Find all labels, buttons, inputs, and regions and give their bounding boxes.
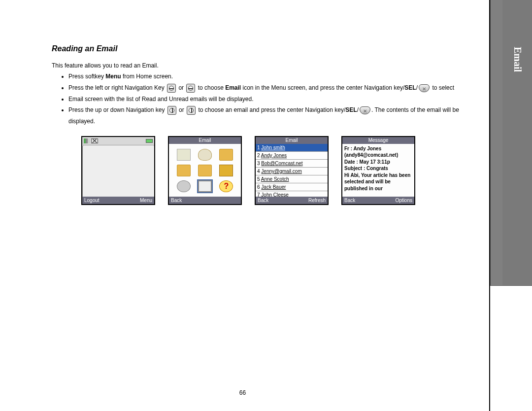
menu-help-icon: ? [219,180,233,192]
envelope-icon [91,138,98,143]
softkey-bar: Back Refresh [256,197,328,204]
nav-up-down-icon [167,106,176,115]
email-row: 5 Anne Scotch [256,175,328,183]
menu-icon [177,180,191,192]
home-icon-row [82,145,154,159]
side-tab: Email [490,0,532,286]
section-title: Reading an Email [52,44,466,53]
softkey-right: Options [396,197,412,204]
sel-key-icon [360,106,370,114]
email-row: 6 Jack Bauer [256,183,328,191]
softkey-left: Back [258,197,268,204]
menu-icon [219,149,233,161]
email-row: 4 Jenny@gmail.com [256,168,328,175]
phone-email-list-screen: Email 1 John smith 2 Andy Jones 3 Bob@Co… [255,136,329,205]
battery-icon [146,139,153,143]
message-body: Fr : Andy Jones (andy84@comcast.net) Dat… [342,144,414,197]
message-subject: Subject : Congrats [344,165,412,172]
page-number: 66 [0,389,485,396]
home-icon [82,145,154,197]
screen-title: Email [169,137,241,144]
email-row: 3 Bob@Comcast.net [256,160,328,168]
nav-left-right-icon [186,84,195,93]
menu-icon [198,149,212,161]
menu-icon [219,165,233,176]
page-content: Reading an Email This feature allows you… [0,0,485,411]
menu-icon [177,149,191,161]
message-from: Fr : Andy Jones [344,145,412,152]
step-4: Press the up or down Navigation key or t… [68,104,466,127]
message-text: Hi Abi, Your article has been selected a… [344,172,412,192]
intro-text: This feature allows you to read an Email… [52,62,466,69]
softkey-bar: Back [169,197,241,204]
side-tab-label: Email [512,47,523,72]
menu-icon [198,165,212,176]
step-3: Email screen with the list of Read and U… [68,94,466,105]
softkey-bar: Logout Menu [82,197,154,204]
email-row: 7 John Cleese [256,191,328,197]
step-2: Press the left or right Navigation Key o… [68,82,466,94]
step-1: Press softkey Menu from Home screen. [68,71,466,82]
message-from-email: (andy84@comcast.net) [344,152,412,159]
softkey-bar: Back Options [342,197,414,204]
softkey-right: Menu [140,197,152,204]
menu-grid: ? [169,144,241,197]
phone-screenshots-row: < Profile Name > Comcast. Oct 14 , Sat 1… [81,136,466,205]
menu-email-icon [198,180,212,192]
softkey-left: Back [344,197,355,204]
email-list: 1 John smith 2 Andy Jones 3 Bob@Comcast.… [256,144,328,197]
sel-key-icon [419,84,430,92]
nav-up-down-icon [187,106,196,115]
nav-left-right-icon [167,84,176,93]
screen-title: Email [256,137,328,144]
status-bar [82,137,154,145]
steps-list: Press softkey Menu from Home screen. Pre… [52,71,466,127]
phone-message-screen: Message Fr : Andy Jones (andy84@comcast.… [341,136,415,205]
email-row: 2 Andy Jones [256,152,328,160]
softkey-left: Back [171,197,182,204]
phone-home-screen: < Profile Name > Comcast. Oct 14 , Sat 1… [81,136,155,205]
menu-icon [177,165,191,176]
message-date: Date : May 17 3:11p [344,159,412,166]
softkey-right: Refresh [308,197,326,204]
phone-menu-screen: Email ? Back [168,136,242,205]
signal-icon [84,138,90,143]
softkey-left: Logout [84,197,100,204]
screen-title: Message [342,137,414,144]
email-row: 1 John smith [256,144,328,152]
